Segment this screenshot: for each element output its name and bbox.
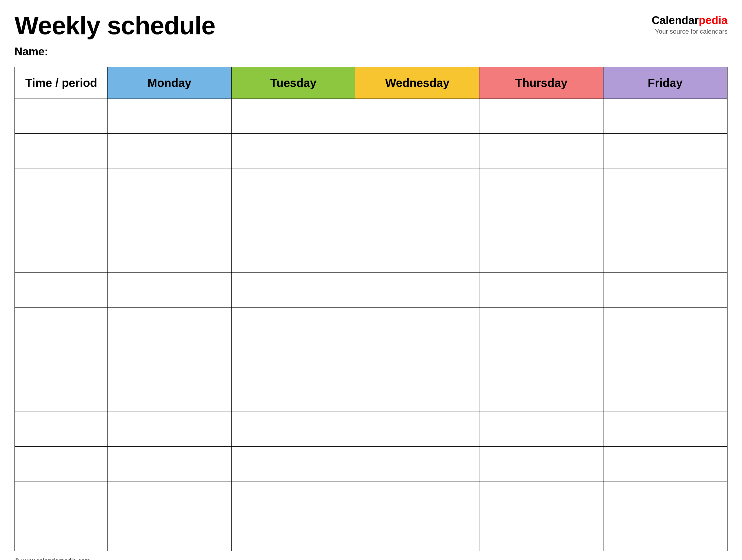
table-cell[interactable] [15,412,108,447]
table-cell[interactable] [108,273,231,308]
table-cell[interactable] [355,516,479,551]
table-cell[interactable] [15,308,108,342]
logo-pedia: pedia [699,14,728,27]
table-cell[interactable] [355,481,479,516]
table-cell[interactable] [479,134,603,168]
table-cell[interactable] [231,308,355,342]
header-time: Time / period [15,67,108,99]
table-cell[interactable] [15,377,108,412]
table-cell[interactable] [603,238,727,273]
table-cell[interactable] [603,273,727,308]
table-cell[interactable] [603,168,727,203]
table-cell[interactable] [108,238,231,273]
table-cell[interactable] [479,308,603,342]
table-cell[interactable] [603,516,727,551]
table-cell[interactable] [108,377,231,412]
table-cell[interactable] [108,168,231,203]
logo-subtitle: Your source for calendars [651,28,728,35]
table-cell[interactable] [355,308,479,342]
table-cell[interactable] [231,203,355,238]
table-cell[interactable] [15,342,108,377]
table-cell[interactable] [231,273,355,308]
table-cell[interactable] [231,342,355,377]
table-cell[interactable] [108,308,231,342]
table-cell[interactable] [108,481,231,516]
table-cell[interactable] [15,203,108,238]
table-cell[interactable] [15,168,108,203]
table-cell[interactable] [479,342,603,377]
table-cell[interactable] [231,377,355,412]
table-header-row: Time / period Monday Tuesday Wednesday T… [15,67,727,99]
table-row [15,203,727,238]
table-row [15,134,727,168]
table-row [15,377,727,412]
table-cell[interactable] [355,203,479,238]
table-row [15,99,727,134]
table-cell[interactable] [603,99,727,134]
logo-text: Calendarpedia [651,14,728,27]
table-cell[interactable] [108,447,231,481]
table-cell[interactable] [231,481,355,516]
table-cell[interactable] [603,412,727,447]
table-cell[interactable] [15,99,108,134]
table-cell[interactable] [479,168,603,203]
table-cell[interactable] [479,238,603,273]
table-cell[interactable] [231,516,355,551]
table-cell[interactable] [15,134,108,168]
table-cell[interactable] [108,99,231,134]
table-cell[interactable] [603,447,727,481]
table-cell[interactable] [108,516,231,551]
table-cell[interactable] [15,447,108,481]
table-cell[interactable] [231,134,355,168]
table-cell[interactable] [355,273,479,308]
table-cell[interactable] [603,308,727,342]
table-cell[interactable] [479,203,603,238]
header-section: Weekly schedule Calendarpedia Your sourc… [14,12,728,40]
table-cell[interactable] [479,447,603,481]
table-row [15,447,727,481]
table-cell[interactable] [231,238,355,273]
table-row [15,481,727,516]
table-cell[interactable] [231,412,355,447]
table-cell[interactable] [108,203,231,238]
table-cell[interactable] [603,342,727,377]
table-cell[interactable] [355,377,479,412]
table-cell[interactable] [231,447,355,481]
table-cell[interactable] [479,273,603,308]
table-cell[interactable] [355,99,479,134]
table-cell[interactable] [355,447,479,481]
table-cell[interactable] [108,342,231,377]
table-cell[interactable] [15,238,108,273]
page-title: Weekly schedule [14,12,651,40]
title-area: Weekly schedule [14,12,651,40]
table-cell[interactable] [355,134,479,168]
table-cell[interactable] [108,134,231,168]
table-cell[interactable] [603,134,727,168]
table-cell[interactable] [231,99,355,134]
table-row [15,308,727,342]
table-cell[interactable] [108,412,231,447]
table-cell[interactable] [355,342,479,377]
table-cell[interactable] [603,481,727,516]
table-cell[interactable] [15,481,108,516]
table-cell[interactable] [479,377,603,412]
table-cell[interactable] [479,481,603,516]
table-cell[interactable] [479,412,603,447]
table-cell[interactable] [603,203,727,238]
header-monday: Monday [108,67,231,99]
logo-area: Calendarpedia Your source for calendars [651,14,728,35]
table-cell[interactable] [603,377,727,412]
name-label: Name: [14,46,728,58]
table-cell[interactable] [479,516,603,551]
table-cell[interactable] [355,412,479,447]
table-cell[interactable] [479,99,603,134]
table-cell[interactable] [231,168,355,203]
schedule-table: Time / period Monday Tuesday Wednesday T… [14,67,728,551]
footer-url: © www.calendarpedia.com [14,557,90,560]
header-friday: Friday [603,67,727,99]
table-cell[interactable] [15,273,108,308]
table-cell[interactable] [355,168,479,203]
table-cell[interactable] [355,238,479,273]
logo-calendar: Calendar [651,14,699,27]
table-cell[interactable] [15,516,108,551]
